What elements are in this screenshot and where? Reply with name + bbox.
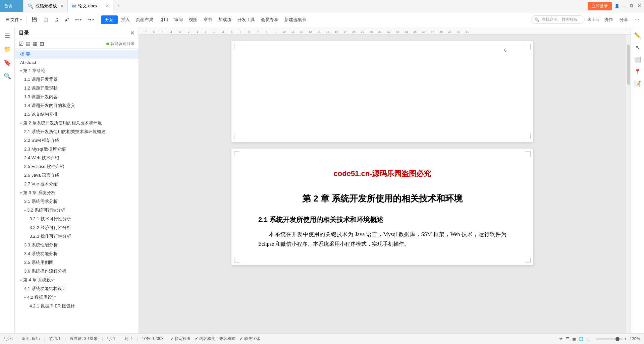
checkbox-icon[interactable]: ☑ bbox=[19, 41, 23, 47]
vip-tab-btn[interactable]: 会员专享 bbox=[258, 15, 281, 24]
zoom-out-btn[interactable]: − bbox=[592, 337, 595, 341]
tab-home[interactable]: 首页 bbox=[0, 0, 23, 12]
view-icon1[interactable]: ☰ bbox=[566, 337, 570, 341]
grid-icon[interactable]: ⊞ bbox=[586, 337, 590, 341]
toc-item-3-4[interactable]: 3.4 系统功能分析 bbox=[15, 249, 139, 258]
toc-item-1-5[interactable]: 1.5 论文结构安排 bbox=[15, 110, 139, 119]
right-note-icon[interactable]: 📝 bbox=[632, 78, 643, 89]
toc-item-3-6[interactable]: 3.6 系统操作流程分析 bbox=[15, 267, 139, 276]
toc-item-1-4[interactable]: 1.4 课题开发的目的和意义 bbox=[15, 101, 139, 110]
toc-item-3-2-1[interactable]: 3.2.1 技术可行性分析 bbox=[15, 215, 139, 223]
chapter-tab-btn[interactable]: 章节 bbox=[201, 15, 215, 24]
toc-item-2-6[interactable]: 2.6 Java 语言介绍 bbox=[15, 171, 139, 180]
view-tab-btn[interactable]: 视图 bbox=[186, 15, 200, 24]
save-btn[interactable]: 💾 bbox=[29, 16, 40, 23]
toc-item-ch4[interactable]: ▾第 4 章 系统设计 bbox=[15, 276, 139, 284]
search-btn[interactable]: 🔍 bbox=[1, 70, 13, 82]
toc-item-3-1[interactable]: 3.1 系统需求分析 bbox=[15, 197, 139, 206]
toc-item-3-2-3[interactable]: 3.2.3 操作可行性分析 bbox=[15, 232, 139, 241]
toc-item-2-2[interactable]: 2.2 SSM 框架介绍 bbox=[15, 136, 139, 145]
toc-item-2-3[interactable]: 2.3 Mysql 数据库介绍 bbox=[15, 145, 139, 154]
zoom-slider[interactable] bbox=[596, 338, 623, 340]
win-restore-icon[interactable]: ⧉ bbox=[630, 3, 633, 9]
win-buttons: ─ ⧉ ✕ bbox=[622, 3, 641, 9]
insert-tab-btn[interactable]: 插入 bbox=[118, 15, 132, 24]
share-btn[interactable]: 分享 bbox=[618, 16, 630, 23]
user-icon[interactable]: 👤 bbox=[614, 4, 620, 8]
section-2-1-para: 本系统在开发中使用的关键技术为 Java 语言，Mysql 数据库，SSM 框架… bbox=[258, 230, 506, 249]
review-tab-btn[interactable]: 审阅 bbox=[171, 15, 185, 24]
toc-item-ch2[interactable]: ▾第 2 章系统开发所使用的相关技术和环境 bbox=[15, 119, 139, 127]
more-toolbar-btn[interactable]: ⋯ bbox=[633, 16, 641, 23]
toc-item-1-2[interactable]: 1.2 课题开发现状 bbox=[15, 84, 139, 93]
search-toolbar[interactable]: 🔍 查找命令、搜索模板 bbox=[531, 15, 585, 24]
right-location-icon[interactable]: 📍 bbox=[632, 66, 643, 77]
toc-item-ch3[interactable]: ▾第 3 章 系统分析 bbox=[15, 188, 139, 197]
view-icon3[interactable]: 🌐 bbox=[579, 337, 584, 341]
start-tab-btn[interactable]: 开始 bbox=[101, 15, 118, 24]
menu-btn[interactable]: ☰ 文件 ▾ bbox=[3, 15, 24, 24]
toc-item-3-2-2[interactable]: 3.2.2 经济可行性分析 bbox=[15, 223, 139, 232]
status-spell[interactable]: ✔ 拼写检查 bbox=[170, 336, 191, 342]
toc-item-3-3[interactable]: 3.3 系统性能分析 bbox=[15, 241, 139, 249]
cloud-status[interactable]: 未上云 bbox=[587, 17, 599, 22]
ruler-num: 15 bbox=[323, 30, 332, 34]
toc-item-2-1[interactable]: 2.1 系统开发所使用的相关技术和环境概述 bbox=[15, 127, 139, 136]
toc-item-abstract[interactable]: 摘 要 bbox=[15, 50, 139, 59]
toc-item-2-4[interactable]: 2.4 Web 技术介绍 bbox=[15, 154, 139, 162]
right-cursor-icon[interactable]: ↖ bbox=[632, 42, 643, 53]
toc-item-1-3[interactable]: 1.3 课题开发内容 bbox=[15, 93, 139, 101]
collab-btn[interactable]: 协作 bbox=[602, 16, 615, 23]
tab-doc[interactable]: W 论文.docx □ ✕ bbox=[68, 0, 113, 12]
ai-recognize-btn[interactable]: 智能识别目录 bbox=[106, 41, 135, 47]
status-compat[interactable]: 兼容模式 bbox=[219, 336, 235, 342]
corner-bl bbox=[234, 134, 239, 139]
zoom-in-btn[interactable]: + bbox=[624, 337, 627, 341]
win-minimize-icon[interactable]: ─ bbox=[622, 3, 626, 9]
newtab-tab-btn[interactable]: 新建选项卡 bbox=[282, 15, 309, 24]
toc-item-4-2-1[interactable]: 4.2.1 数据库 ER 图设计 bbox=[15, 302, 139, 310]
new-tab-btn[interactable]: + bbox=[113, 0, 123, 12]
tab-template[interactable]: 🔍 找稻壳模板 ✕ bbox=[23, 0, 68, 12]
redo-btn[interactable]: ↪▾ bbox=[85, 16, 97, 23]
template-close-icon[interactable]: ✕ bbox=[60, 4, 63, 8]
toc-panel-btn[interactable]: ☰ bbox=[1, 30, 13, 42]
copy-btn[interactable]: 📋 bbox=[40, 16, 51, 23]
list3-icon[interactable]: ⊞ bbox=[40, 41, 44, 47]
undo-btn[interactable]: ↩▾ bbox=[72, 16, 84, 23]
status-content[interactable]: ✔ 内容检测 bbox=[195, 336, 215, 342]
toc-item-1-1[interactable]: 1.1 课题开发背景 bbox=[15, 75, 139, 84]
win-close-icon[interactable]: ✕ bbox=[637, 3, 641, 9]
toc-item-4-1[interactable]: 4.1 系统功能结构设计 bbox=[15, 284, 139, 293]
doc-close-icon[interactable]: ✕ bbox=[106, 4, 109, 8]
scroll-thumb[interactable] bbox=[627, 45, 630, 85]
bookmark-btn[interactable]: 🔖 bbox=[1, 57, 13, 69]
toc-item-2-5[interactable]: 2.5 Eclipse 软件介绍 bbox=[15, 162, 139, 171]
eye-icon[interactable]: 👁 bbox=[559, 337, 563, 341]
reference-tab-btn[interactable]: 引用 bbox=[157, 15, 171, 24]
right-panel-icon3[interactable]: ⬜ bbox=[632, 54, 643, 65]
status-font[interactable]: ✔ 缺失字体 bbox=[239, 336, 260, 342]
view-icon2[interactable]: ▦ bbox=[572, 337, 576, 341]
search-icon: 🔍 bbox=[535, 17, 540, 22]
list2-icon[interactable]: ▦ bbox=[33, 41, 38, 47]
developer-tab-btn[interactable]: 开发工具 bbox=[235, 15, 258, 24]
register-btn[interactable]: 立即登录 bbox=[588, 2, 612, 10]
doc-scroll-area[interactable]: 6 code51.cn-源码乐园盗图必究 第 2 章 系统开发所使用的相关技术和 bbox=[139, 35, 626, 333]
format-btn[interactable]: 🖌 bbox=[62, 16, 72, 23]
toc-item-4-2[interactable]: ▾4.2 数据库设计 bbox=[15, 293, 139, 302]
addon-tab-btn[interactable]: 加载项 bbox=[216, 15, 234, 24]
toc-item-2-7[interactable]: 2.7 Vue 技术介绍 bbox=[15, 180, 139, 188]
list1-icon[interactable]: ▤ bbox=[25, 41, 31, 47]
print-btn[interactable]: 🖨 bbox=[52, 16, 61, 23]
files-btn[interactable]: 📁 bbox=[1, 43, 13, 55]
page-6-top: 6 bbox=[231, 41, 533, 142]
right-edit-icon[interactable]: ✏️ bbox=[632, 30, 643, 41]
vertical-scrollbar[interactable] bbox=[626, 35, 631, 333]
toc-item-3-2[interactable]: ▾3.2 系统可行性分析 bbox=[15, 206, 139, 215]
toc-item-ch1[interactable]: ▾第 1 章绪论 bbox=[15, 66, 139, 75]
layout-tab-btn[interactable]: 页面布局 bbox=[133, 15, 156, 24]
toc-item-abstract-en[interactable]: Abstract bbox=[15, 59, 139, 66]
sidebar-close-btn[interactable]: ✕ bbox=[130, 30, 135, 36]
toc-item-3-5[interactable]: 3.5 系统用例图 bbox=[15, 258, 139, 267]
